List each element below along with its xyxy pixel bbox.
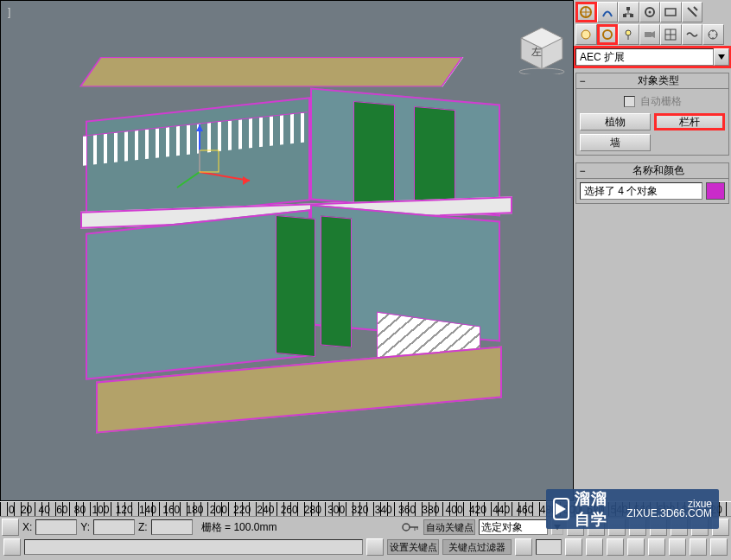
rollout-toggle-icon[interactable]: − [576, 165, 588, 177]
ruler-tick-label: 300 [327, 504, 345, 516]
display-tab[interactable] [660, 2, 682, 22]
cameras-category[interactable] [639, 24, 661, 45]
lights-category[interactable] [618, 24, 639, 45]
svg-marker-27 [652, 31, 655, 38]
svg-point-31 [709, 30, 717, 39]
svg-point-20 [648, 11, 651, 14]
ruler-tick-label: 60 [56, 504, 67, 516]
nav-pan[interactable] [607, 538, 624, 556]
maxscript-listener[interactable] [24, 539, 363, 555]
selection-lock-button[interactable] [2, 519, 19, 536]
z-label: Z: [138, 521, 148, 533]
object-name-input[interactable]: 选择了 4 个对象 [580, 182, 702, 200]
subcategory-value: AEC 扩展 [580, 50, 625, 65]
y-coord-input[interactable] [93, 519, 135, 535]
command-panel: AEC 扩展 − 对象类型 自动栅格 植物 栏杆 墙 − 名称 [574, 0, 731, 560]
ruler-tick-label: 120 [116, 504, 133, 516]
svg-point-22 [582, 30, 590, 39]
y-label: Y: [80, 521, 90, 533]
rollout-object-type-title: 对象类型 [588, 73, 728, 88]
ruler-tick-label: 220 [233, 504, 251, 516]
ruler-tick-label: 100 [92, 504, 109, 516]
nav-orbit[interactable] [627, 538, 645, 556]
nav-zoom-all[interactable] [586, 538, 603, 556]
ruler-tick-label: 280 [304, 504, 321, 516]
wall-button[interactable]: 墙 [580, 134, 651, 151]
auto-key-button[interactable]: 自动关键点 [423, 519, 475, 535]
watermark-brand: 溜溜自学 [575, 488, 619, 530]
shapes-category[interactable] [597, 24, 619, 45]
play-icon [553, 498, 569, 520]
x-coord-input[interactable] [35, 519, 77, 535]
ruler-tick-label: 420 [469, 504, 486, 516]
svg-rect-21 [665, 9, 676, 16]
z-coord-input[interactable] [151, 519, 193, 535]
svg-point-11 [581, 7, 591, 17]
ruler-tick-label: 360 [398, 504, 416, 516]
ruler-tick-label: 380 [422, 504, 439, 516]
prompt-icon[interactable] [3, 538, 21, 556]
modify-tab[interactable] [597, 2, 619, 22]
spacewarps-category[interactable] [682, 24, 703, 45]
create-tab[interactable] [575, 2, 597, 22]
ruler-tick-label: 180 [187, 504, 204, 516]
status-a[interactable] [366, 538, 384, 556]
subcategory-dropdown-arrow[interactable] [714, 48, 729, 66]
svg-point-33 [403, 524, 410, 531]
svg-marker-32 [718, 54, 725, 60]
helpers-category[interactable] [660, 24, 682, 45]
ruler-tick-label: 200 [210, 504, 227, 516]
hierarchy-tab[interactable] [618, 2, 639, 22]
nav-e[interactable] [648, 538, 665, 556]
viewport-label: ] [8, 6, 10, 18]
ruler-tick-label: 440 [493, 504, 510, 516]
svg-marker-38 [556, 503, 566, 515]
systems-category[interactable] [702, 24, 724, 45]
svg-point-19 [645, 8, 654, 16]
key-filter-value: 选定对象 [481, 520, 523, 535]
utilities-tab[interactable] [682, 2, 703, 22]
auto-grid-label: 自动栅格 [640, 94, 682, 109]
nav-g[interactable] [690, 538, 707, 556]
svg-rect-14 [626, 7, 630, 10]
ruler-tick-label: 160 [162, 504, 180, 516]
key-filter-button[interactable]: 关键点过滤器 [442, 539, 512, 555]
object-color-swatch[interactable] [706, 182, 725, 200]
ruler-tick-label: 460 [516, 504, 533, 516]
key-filter-dropdown[interactable]: 选定对象 [479, 519, 548, 535]
rollout-toggle-icon[interactable]: − [576, 75, 588, 87]
railing-button[interactable]: 栏杆 [654, 113, 725, 130]
viewcube[interactable]: 左 [516, 22, 568, 74]
nav-h[interactable] [710, 538, 728, 556]
rollout-name-title: 名称和颜色 [588, 163, 728, 178]
svg-point-24 [626, 30, 631, 35]
ruler-tick-label: 240 [257, 504, 274, 516]
object-name-value: 选择了 4 个对象 [584, 184, 658, 199]
viewport-3d[interactable]: ] 左 [0, 0, 574, 501]
grid-size-label: 栅格 = 100.0mm [201, 520, 277, 535]
ruler-tick-label: 40 [39, 504, 50, 516]
time-config-button[interactable] [515, 538, 532, 556]
watermark-sub2: ZIXUE.3D66.COM [626, 509, 712, 519]
svg-rect-16 [630, 14, 633, 17]
geometry-category[interactable] [575, 24, 597, 45]
x-label: X: [22, 521, 32, 533]
auto-grid-checkbox [624, 96, 635, 107]
ruler-tick-label: 340 [375, 504, 392, 516]
svg-rect-28 [665, 29, 676, 40]
current-frame-input[interactable] [536, 539, 562, 555]
nav-f[interactable] [669, 538, 686, 556]
set-key-button[interactable]: 设置关键点 [387, 539, 439, 555]
plant-button[interactable]: 植物 [580, 113, 651, 130]
rollout-name-color: − 名称和颜色 选择了 4 个对象 [575, 162, 729, 204]
subcategory-dropdown[interactable]: AEC 扩展 [575, 48, 714, 66]
ruler-tick-label: 0 [9, 504, 15, 516]
svg-rect-26 [645, 32, 652, 37]
watermark: 溜溜自学 zixue ZIXUE.3D66.COM [546, 489, 719, 529]
nav-zoom[interactable] [565, 538, 582, 556]
motion-tab[interactable] [639, 2, 661, 22]
ruler-tick-label: 140 [139, 504, 156, 516]
ruler-tick-label: 320 [351, 504, 368, 516]
ruler-tick-label: 80 [74, 504, 86, 516]
rollout-object-type: − 对象类型 自动栅格 植物 栏杆 墙 [575, 73, 729, 156]
